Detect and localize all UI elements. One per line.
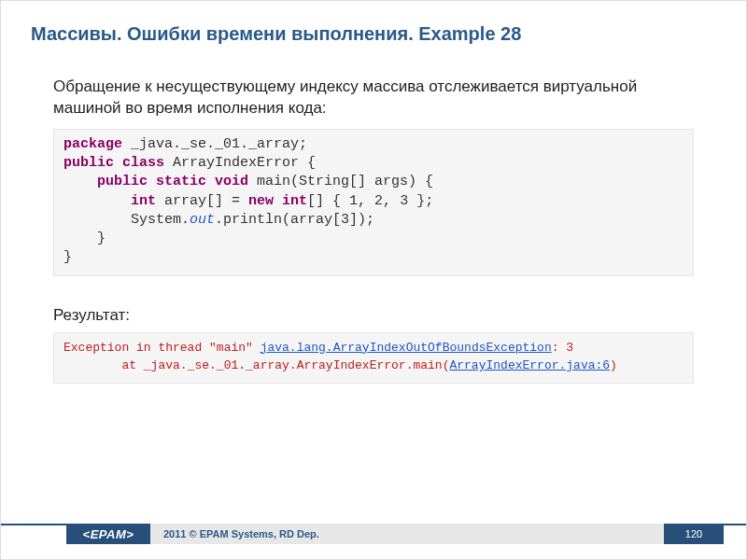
indent [63,193,131,209]
kw-public: public [97,174,148,189]
kw-static: static [156,174,206,189]
main-sig: main(String[] args) { [248,174,433,189]
footer-spacer [724,524,746,544]
pkg-name: _java._se._01._array; [122,136,307,152]
result-label: Результат: [53,306,694,325]
class-name: ArrayIndexError { [164,155,316,171]
kw-class: class [122,155,164,171]
kw-package: package [63,136,122,152]
out-field: out [190,212,215,228]
description: Обращение к несуществующему индексу масс… [53,77,694,119]
system: System. [131,212,190,228]
exc-prefix: Exception in thread "main" [63,341,261,355]
indent [63,212,131,228]
exc-msg: : 3 [552,341,573,355]
kw-int2: int [282,193,307,209]
indent [63,174,97,189]
println: .println(array[3]); [215,212,374,228]
close-brace: } [63,231,106,246]
footer-spacer [1,524,66,544]
copyright: 2011 © EPAM Systems, RD Dep. [150,524,664,544]
arr-decl: array[] = [156,193,248,209]
code-block: package _java._se._01._array; public cla… [53,129,694,276]
stack-at: at _java._se._01._array.ArrayIndexError.… [63,358,449,372]
stack-close: ) [610,358,617,372]
kw-void: void [215,174,248,189]
epam-logo: <EPAM> [66,524,150,544]
arr-init: [] { 1, 2, 3 }; [307,193,433,209]
close-brace: } [63,249,72,265]
page-number: 120 [664,524,724,544]
stack-src-link: ArrayIndexError.java:6 [449,358,610,372]
slide-content: Обращение к несуществующему индексу масс… [1,52,746,384]
kw-public: public [63,155,114,171]
slide-title: Массивы. Ошибки времени выполнения. Exam… [1,1,746,52]
slide: Массивы. Ошибки времени выполнения. Exam… [0,0,747,560]
exc-class-link: java.lang.ArrayIndexOutOfBoundsException [261,341,552,355]
footer: <EPAM> 2011 © EPAM Systems, RD Dep. 120 [1,524,746,544]
kw-int: int [131,193,156,209]
kw-new: new [248,193,274,209]
output-block: Exception in thread "main" java.lang.Arr… [53,332,694,384]
